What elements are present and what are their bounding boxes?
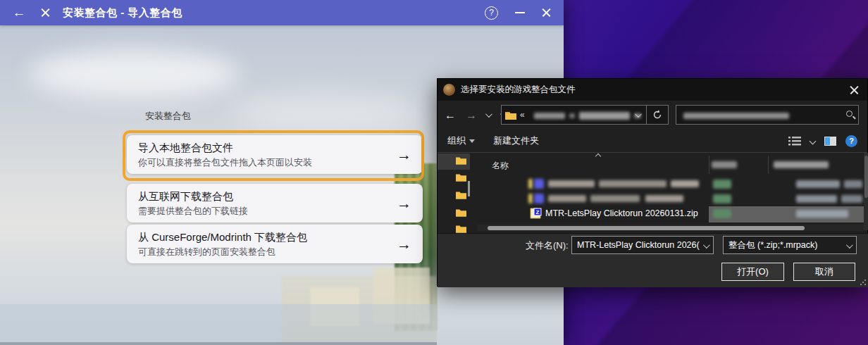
svg-text:Z: Z bbox=[536, 209, 540, 215]
organize-button[interactable]: 组织 bbox=[447, 134, 475, 147]
blurred-file-meta bbox=[713, 209, 731, 218]
search-icon bbox=[846, 111, 852, 117]
blurred-file-meta bbox=[713, 194, 731, 203]
blurred-file-meta bbox=[796, 195, 837, 203]
dialog-title: 选择要安装的游戏整合包文件 bbox=[461, 84, 576, 96]
blurred-file-name bbox=[671, 180, 699, 187]
blurred-file-meta bbox=[841, 195, 862, 203]
blurred-file-icon bbox=[528, 194, 533, 203]
launcher-title: 安装整合包 - 导入整合包 bbox=[63, 6, 182, 20]
arrow-right-icon: → bbox=[397, 236, 411, 253]
dialog-bottom-panel: 文件名(N): MTR-LetsPlay Clicktorun 2026( 整合… bbox=[438, 233, 868, 287]
blurred-path-segment bbox=[569, 113, 575, 118]
blurred-file-name bbox=[548, 195, 586, 202]
blurred-file-meta bbox=[713, 180, 731, 189]
blurred-file-icon bbox=[534, 179, 544, 189]
folder-icon[interactable] bbox=[456, 208, 466, 217]
nav-history-chevron-icon[interactable] bbox=[485, 111, 492, 118]
zip-file-icon: Z bbox=[530, 208, 542, 219]
card-title: 从 CurseForge/Modrinth 下载整合包 bbox=[138, 230, 391, 245]
close-window-icon[interactable] bbox=[542, 8, 551, 18]
list-vertical-scrollbar[interactable] bbox=[864, 153, 868, 230]
arrow-right-icon: → bbox=[397, 146, 411, 163]
card-import-local-modpack[interactable]: 导入本地整合包文件 你可以直接将整合包文件拖入本页面以安装 → bbox=[127, 135, 423, 174]
blurred-file-name bbox=[548, 180, 595, 187]
file-row-selected[interactable]: Z MTR-LetsPlay Clicktorun 20260131.zip z… bbox=[478, 206, 864, 221]
desktop: ← 安装整合包 - 导入整合包 ? 安装整合包 导入本地整合包文件 你可以直接将… bbox=[0, 0, 868, 345]
view-mode-chevron-icon[interactable] bbox=[810, 137, 817, 144]
blurred-search-text bbox=[683, 113, 789, 119]
organize-label: 组织 bbox=[447, 134, 466, 147]
blurred-file-name bbox=[599, 180, 666, 187]
preview-pane-icon[interactable] bbox=[824, 137, 836, 146]
list-horizontal-scrollbar[interactable] bbox=[478, 225, 864, 231]
path-collapse-icon: « bbox=[520, 110, 525, 120]
new-folder-button[interactable]: 新建文件夹 bbox=[493, 134, 539, 147]
file-row[interactable]: zip A bbox=[478, 192, 864, 206]
cancel-button[interactable]: 取消 bbox=[793, 263, 855, 281]
folder-icon[interactable] bbox=[456, 156, 466, 165]
file-name: MTR-LetsPlay Clicktorun 20260131.zip bbox=[545, 208, 698, 218]
launcher-titlebar: ← 安装整合包 - 导入整合包 ? bbox=[0, 0, 564, 25]
filename-dropdown-chevron-icon[interactable] bbox=[703, 242, 710, 249]
card-subtitle: 你可以直接将整合包文件拖入本页面以安装 bbox=[138, 156, 391, 169]
blurred-column-header[interactable] bbox=[712, 161, 737, 168]
dialog-help-icon[interactable]: ? bbox=[845, 135, 857, 147]
help-icon[interactable]: ? bbox=[485, 6, 498, 20]
filename-label: 文件名(N): bbox=[526, 239, 569, 252]
nav-back-icon[interactable]: ← bbox=[445, 109, 456, 122]
blurred-file-meta bbox=[796, 180, 840, 188]
open-button[interactable]: 打开(O) bbox=[721, 263, 784, 281]
card-download-from-curseforge[interactable]: 从 CurseForge/Modrinth 下载整合包 可直接在跳转到的页面安装… bbox=[127, 225, 423, 263]
blurred-file-name bbox=[645, 195, 683, 202]
nav-forward-icon[interactable]: → bbox=[466, 109, 477, 122]
filename-input[interactable]: MTR-LetsPlay Clicktorun 2026( bbox=[571, 236, 714, 254]
file-open-dialog: 选择要安装的游戏整合包文件 ← → ↑ « bbox=[437, 78, 868, 287]
filename-value: MTR-LetsPlay Clicktorun 2026( bbox=[577, 240, 700, 250]
search-input[interactable] bbox=[676, 105, 859, 125]
refresh-icon[interactable] bbox=[652, 110, 662, 120]
column-name[interactable]: 名称 bbox=[492, 160, 509, 172]
close-page-icon[interactable] bbox=[41, 8, 50, 18]
dialog-navbar: ← → ↑ « bbox=[438, 101, 867, 130]
resize-grip[interactable] bbox=[860, 279, 867, 286]
card-download-from-internet[interactable]: 从互联网下载整合包 需要提供整合包的下载链接 → bbox=[127, 184, 423, 222]
file-list-header: 名称 类型 bbox=[478, 153, 864, 177]
folder-icon[interactable] bbox=[456, 191, 466, 199]
blurred-file-icon bbox=[534, 194, 544, 203]
dialog-toolbar: 组织 新建文件夹 ? bbox=[438, 130, 867, 153]
blurred-file-icon bbox=[528, 179, 533, 189]
card-subtitle: 可直接在跳转到的页面安装整合包 bbox=[138, 245, 391, 258]
view-mode-icon[interactable] bbox=[788, 136, 801, 146]
minecraft-water bbox=[0, 304, 437, 345]
folder-icon bbox=[505, 111, 516, 120]
blurred-path-segment bbox=[534, 113, 565, 119]
arrow-right-icon: → bbox=[397, 195, 411, 212]
blurred-file-meta bbox=[844, 180, 862, 188]
card-title: 导入本地整合包文件 bbox=[138, 140, 391, 156]
sort-ascending-icon bbox=[595, 153, 601, 159]
section-label: 安装整合包 bbox=[145, 110, 191, 123]
card-subtitle: 需要提供整合包的下载链接 bbox=[138, 204, 391, 218]
app-logo-icon bbox=[443, 84, 455, 96]
file-row[interactable]: zip A bbox=[478, 177, 864, 192]
blurred-column-header[interactable] bbox=[774, 161, 829, 168]
organize-dropdown-icon bbox=[469, 139, 475, 143]
folder-tree-sidebar[interactable] bbox=[438, 153, 478, 232]
back-icon[interactable]: ← bbox=[10, 5, 28, 20]
minimize-icon[interactable] bbox=[515, 12, 525, 13]
address-bar[interactable]: « bbox=[501, 105, 669, 125]
filetype-value: 整合包 (*.zip;*.mrpack) bbox=[728, 239, 817, 251]
folder-icon[interactable] bbox=[456, 225, 466, 233]
dialog-titlebar: 选择要安装的游戏整合包文件 bbox=[438, 79, 867, 101]
dialog-close-icon[interactable] bbox=[849, 85, 859, 95]
blurred-file-meta bbox=[796, 210, 848, 218]
cloud-decoration bbox=[232, 92, 416, 134]
filetype-select[interactable]: 整合包 (*.zip;*.mrpack) bbox=[723, 236, 857, 254]
filetype-dropdown-chevron-icon[interactable] bbox=[846, 242, 853, 249]
folder-icon[interactable] bbox=[456, 173, 466, 182]
cloud-decoration bbox=[28, 49, 240, 99]
minecraft-horizon bbox=[0, 342, 437, 345]
card-title: 从互联网下载整合包 bbox=[138, 189, 391, 204]
tree-scrollbar[interactable] bbox=[468, 181, 470, 196]
